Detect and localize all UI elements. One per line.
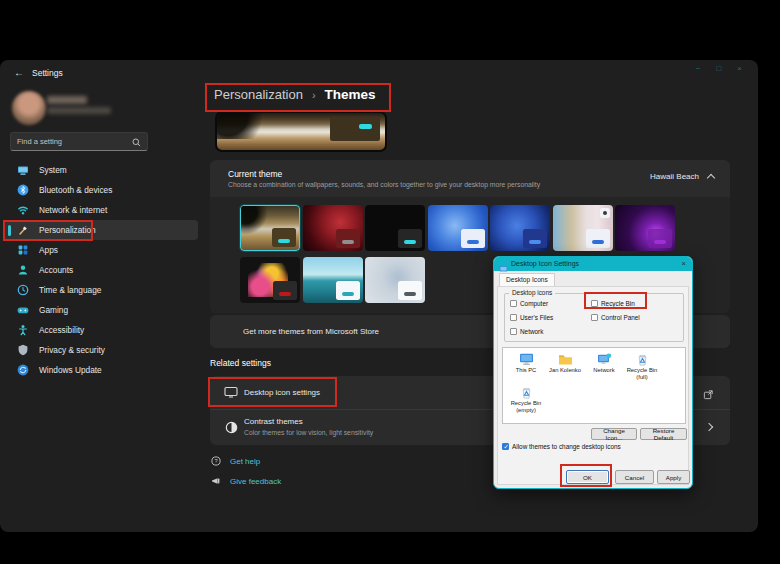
page-title: Themes: [325, 87, 376, 102]
checkbox-label: Network: [520, 328, 543, 335]
this-pc-icon: [507, 352, 545, 366]
give-feedback-link[interactable]: Give feedback: [211, 476, 281, 486]
contrast-icon: [224, 420, 238, 434]
theme-thumbnail-soft-gray[interactable]: [365, 257, 425, 303]
desktop-icon-this-pc[interactable]: This PC: [507, 352, 545, 374]
sidebar-item-label: Privacy & security: [39, 345, 105, 355]
theme-thumbnail-abstract-petals[interactable]: [240, 257, 300, 303]
theme-thumbnail-hawaii-beach[interactable]: [240, 205, 300, 251]
gaming-icon: [16, 304, 29, 317]
checkbox-box[interactable]: [591, 314, 598, 321]
sidebar-nav: System Bluetooth & devices Network & int…: [4, 160, 198, 380]
theme-preview-image: [215, 111, 387, 152]
tab-desktop-icons[interactable]: Desktop Icons: [499, 273, 555, 286]
sidebar-item-apps[interactable]: Apps: [4, 240, 198, 260]
cancel-button[interactable]: Cancel: [615, 470, 654, 484]
sidebar-item-label: Apps: [39, 245, 58, 255]
system-icon: [16, 164, 29, 177]
checkbox-computer[interactable]: Computer: [510, 300, 548, 307]
sidebar-item-label: Bluetooth & devices: [39, 185, 112, 195]
dialog-titlebar[interactable]: Desktop Icon Settings ×: [494, 257, 692, 271]
change-icon-button[interactable]: Change Icon...: [591, 428, 637, 440]
checkbox-label: Computer: [520, 300, 548, 307]
windows-update-icon: [16, 364, 29, 377]
desktop-icon-label: This PC: [507, 367, 545, 374]
desktop-icon-settings-label: Desktop icon settings: [244, 388, 320, 397]
avatar[interactable]: [12, 91, 46, 125]
screenshot-stage: ← Settings − □ × System Bluetooth &: [0, 0, 780, 564]
shield-icon: [16, 344, 29, 357]
camera-icon: [600, 208, 610, 218]
sidebar-item-label: Time & language: [39, 285, 101, 295]
restore-default-button[interactable]: Restore Default: [640, 428, 687, 440]
sidebar-item-windows-update[interactable]: Windows Update: [4, 360, 198, 380]
back-arrow-icon[interactable]: ←: [14, 67, 24, 78]
desktop-icon-label: Recycle Bin (empty): [507, 400, 545, 414]
give-feedback-label: Give feedback: [230, 477, 281, 486]
maximize-icon[interactable]: □: [716, 64, 721, 73]
dialog-close-icon[interactable]: ×: [682, 259, 686, 268]
checkbox-box[interactable]: [510, 328, 517, 335]
sidebar-item-network[interactable]: Network & internet: [4, 200, 198, 220]
desktop-icon-user-folder[interactable]: Jan Kolenko: [546, 352, 584, 374]
desktop-icons-group-label: Desktop icons: [509, 289, 555, 296]
checkbox-label: User's Files: [520, 314, 553, 321]
sidebar-item-privacy[interactable]: Privacy & security: [4, 340, 198, 360]
desktop-icon-recycle-bin-full[interactable]: Recycle Bin (full): [623, 352, 661, 381]
close-icon[interactable]: ×: [737, 64, 742, 73]
recycle-bin-empty-icon: [507, 385, 545, 399]
help-icon: ?: [211, 456, 221, 466]
chevron-up-icon[interactable]: [707, 173, 715, 181]
get-help-link[interactable]: ? Get help: [211, 456, 260, 466]
apply-button[interactable]: Apply: [657, 470, 690, 484]
search-input[interactable]: [17, 137, 132, 146]
theme-thumbnail-red-flower[interactable]: [303, 205, 363, 251]
sidebar-item-accounts[interactable]: Accounts: [4, 260, 198, 280]
checkbox-box-checked[interactable]: [502, 443, 509, 450]
sidebar-item-accessibility[interactable]: Accessibility: [4, 320, 198, 340]
desktop-icon-label: Network: [585, 367, 623, 374]
search-icon: [132, 133, 141, 151]
contrast-themes-label: Contrast themes: [244, 417, 303, 426]
chevron-right-icon: [705, 423, 713, 431]
user-name-redacted: [47, 96, 87, 104]
desktop-icon-recycle-bin-empty[interactable]: Recycle Bin (empty): [507, 385, 545, 414]
desktop-icon-network[interactable]: Network: [585, 352, 623, 374]
theme-thumbnail-custom-photos[interactable]: [553, 205, 613, 251]
checkbox-box[interactable]: [591, 300, 598, 307]
checkbox-box[interactable]: [510, 314, 517, 321]
dialog-title: Desktop Icon Settings: [511, 260, 579, 267]
sidebar-item-time-language[interactable]: Time & language: [4, 280, 198, 300]
recycle-bin-full-icon: [623, 352, 661, 366]
checkbox-control-panel[interactable]: Control Panel: [591, 314, 640, 321]
current-theme-header[interactable]: Current theme Choose a combination of wa…: [210, 160, 730, 197]
sidebar-item-system[interactable]: System: [4, 160, 198, 180]
checkbox-box[interactable]: [510, 300, 517, 307]
checkbox-network[interactable]: Network: [510, 328, 543, 335]
checkbox-users-files[interactable]: User's Files: [510, 314, 553, 321]
desktop-icons-list: This PC Jan Kolenko Network Recycle Bin …: [502, 347, 686, 424]
sidebar-item-gaming[interactable]: Gaming: [4, 300, 198, 320]
sidebar-item-personalization[interactable]: Personalization: [4, 220, 198, 240]
window-controls: − □ ×: [696, 64, 742, 73]
bluetooth-icon: [16, 184, 29, 197]
minimize-icon[interactable]: −: [696, 64, 701, 73]
sidebar-item-label: Windows Update: [39, 365, 102, 375]
monitor-icon: [224, 385, 238, 399]
sidebar-item-bluetooth[interactable]: Bluetooth & devices: [4, 180, 198, 200]
ok-button[interactable]: OK: [566, 470, 609, 484]
search-box[interactable]: [10, 132, 148, 151]
checkbox-recycle-bin[interactable]: Recycle Bin: [591, 300, 635, 307]
checkbox-allow-themes[interactable]: Allow themes to change desktop icons: [502, 443, 621, 450]
theme-thumbnail-windows-dark-bloom[interactable]: [490, 205, 550, 251]
theme-thumbnail-windows-light-bloom[interactable]: [428, 205, 488, 251]
desktop-icon-label: Recycle Bin (full): [623, 367, 661, 381]
theme-thumbnail-beach-pier[interactable]: [303, 257, 363, 303]
theme-thumbnail-windows-dark[interactable]: [365, 205, 425, 251]
related-settings-heading: Related settings: [210, 358, 271, 368]
breadcrumb-parent[interactable]: Personalization: [214, 87, 303, 102]
breadcrumb-separator-icon: ›: [312, 89, 316, 101]
time-language-icon: [16, 284, 29, 297]
theme-thumbnail-purple-glow[interactable]: [615, 205, 675, 251]
network-icon: [16, 204, 29, 217]
